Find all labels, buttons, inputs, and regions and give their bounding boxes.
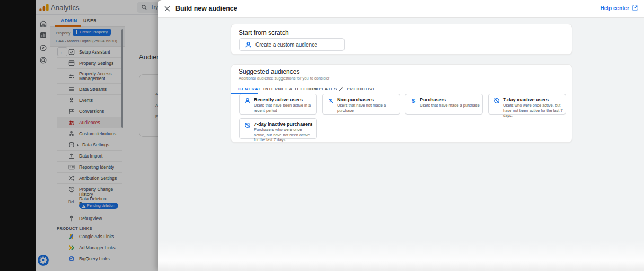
suggested-audiences-subtitle: Additional audience suggestions for you …	[239, 76, 329, 81]
suggestion-card-7-day-inactive-purchasers[interactable]: 7-day inactive purchasers Purchasers who…	[239, 118, 317, 139]
dialog-header: Build new audience Help center	[158, 0, 644, 18]
suggested-tabs: GENERAL INTERNET & TELECOM TEMPLATES PRE…	[231, 84, 572, 94]
timer-off-icon	[493, 98, 500, 104]
timer-off-icon	[244, 122, 251, 128]
help-center-link[interactable]: Help center	[601, 5, 629, 11]
dialog-title: Build new audience	[175, 5, 237, 12]
start-from-scratch-card: Start from scratch Create a custom audie…	[231, 24, 572, 55]
dollar-icon: $	[410, 98, 417, 104]
suggested-audiences-card: Suggested audiences Additional audience …	[231, 64, 572, 143]
tab-predictive[interactable]: PREDICTIVE	[347, 86, 376, 91]
create-custom-audience-label: Create a custom audience	[255, 42, 317, 48]
person-icon	[244, 98, 251, 104]
suggested-audiences-title: Suggested audiences	[239, 68, 299, 75]
tab-general[interactable]: GENERAL	[238, 86, 261, 91]
suggestion-card-purchasers[interactable]: $ Purchasers Users that have made a purc…	[405, 94, 483, 115]
tab-templates[interactable]: TEMPLATES	[308, 86, 337, 91]
external-link-icon[interactable]	[632, 5, 638, 11]
close-icon[interactable]	[164, 5, 171, 12]
svg-text:$: $	[412, 98, 415, 104]
suggestion-card-7-day-inactive-users[interactable]: 7-day inactive users Users who were once…	[488, 94, 566, 115]
predictive-wand-icon[interactable]	[338, 86, 344, 92]
dialog-body: Start from scratch Create a custom audie…	[158, 18, 644, 271]
person-icon	[245, 41, 252, 48]
suggestion-card-non-purchasers[interactable]: $ Non-purchasers Users that have not mad…	[322, 94, 400, 115]
create-custom-audience-button[interactable]: Create a custom audience	[239, 38, 345, 51]
build-new-audience-dialog: Build new audience Help center Start fro…	[158, 0, 644, 271]
start-from-scratch-title: Start from scratch	[239, 29, 289, 37]
suggestion-card-recently-active-users[interactable]: Recently active users Users that have be…	[239, 94, 317, 115]
screen: Analytics Try	[0, 0, 644, 271]
money-off-icon: $	[328, 98, 334, 104]
